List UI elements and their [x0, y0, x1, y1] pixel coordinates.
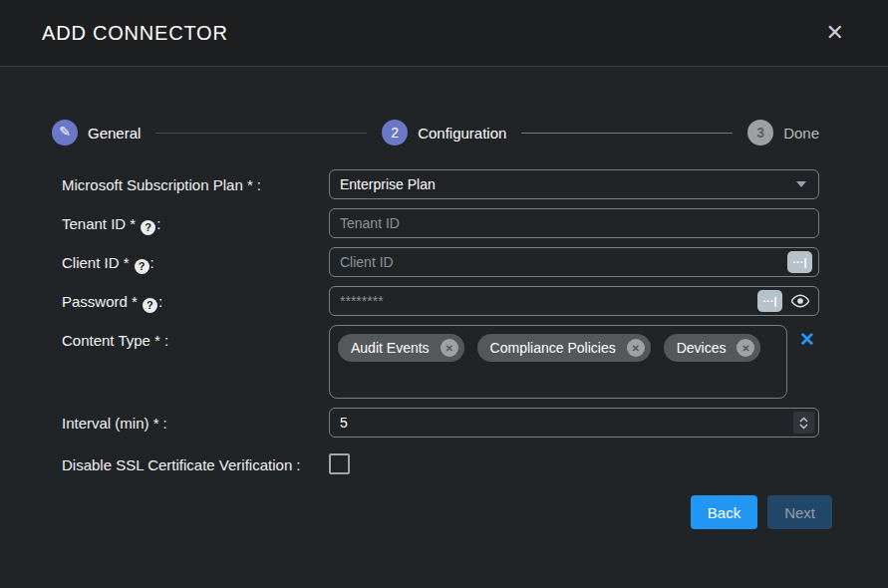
tag-label: Devices — [677, 340, 727, 356]
stepper-connector-2 — [521, 133, 733, 134]
back-button[interactable]: Back — [691, 495, 757, 529]
number-stepper[interactable] — [793, 412, 814, 434]
next-button[interactable]: Next — [767, 495, 832, 529]
tag-label: Audit Events — [351, 340, 430, 356]
close-icon[interactable]: ✕ — [826, 22, 844, 44]
step-configuration-label: Configuration — [418, 125, 506, 142]
chevron-down-icon — [796, 181, 806, 187]
chevron-down-icon — [799, 424, 808, 430]
dialog-footer: Back Next — [0, 495, 888, 529]
step-configuration[interactable]: 2 Configuration — [382, 120, 506, 146]
stepper-connector-1 — [155, 133, 367, 134]
remove-tag-icon[interactable]: ✕ — [737, 339, 754, 357]
ssl-verification-label: Disable SSL Certificate Verification: — [62, 449, 329, 474]
remove-tag-icon[interactable]: ✕ — [627, 339, 645, 357]
row-subscription-plan: Microsoft Subscription Plan *: Enterpris… — [62, 169, 888, 199]
dialog-title: ADD CONNECTOR — [42, 22, 228, 45]
step-general[interactable]: ✎ General — [52, 120, 141, 146]
ellipsis-editor-icon[interactable]: ···| — [757, 290, 782, 312]
wizard-stepper: ✎ General 2 Configuration 3 Done — [52, 120, 819, 146]
ssl-verification-checkbox[interactable] — [329, 453, 350, 474]
tenant-id-input[interactable] — [329, 208, 819, 238]
help-icon[interactable]: ? — [135, 259, 149, 274]
interval-label: Interval (min) *: — [62, 408, 329, 438]
tag-chip: Audit Events ✕ — [338, 334, 464, 362]
clear-all-tags-icon[interactable]: ✕ — [799, 330, 815, 349]
password-input[interactable] — [329, 286, 819, 316]
help-icon[interactable]: ? — [141, 220, 155, 235]
row-tenant-id: Tenant ID *?: — [62, 208, 888, 238]
subscription-plan-select[interactable]: Enterprise Plan — [329, 169, 819, 199]
step-3-indicator: 3 — [747, 120, 773, 146]
eye-icon[interactable] — [790, 293, 810, 309]
interval-input[interactable] — [329, 408, 819, 438]
row-password: Password *?: ···| — [62, 286, 888, 316]
subscription-plan-label: Microsoft Subscription Plan *: — [62, 169, 329, 199]
tag-chip: Devices ✕ — [664, 334, 761, 362]
help-icon[interactable]: ? — [143, 298, 157, 313]
tag-label: Compliance Policies — [490, 340, 616, 356]
step-done[interactable]: 3 Done — [747, 120, 819, 146]
tenant-id-label: Tenant ID *?: — [62, 208, 329, 238]
step-2-indicator: 2 — [382, 120, 408, 146]
client-id-input[interactable] — [329, 247, 819, 277]
add-connector-dialog: ADD CONNECTOR ✕ ✎ General 2 Configuratio… — [0, 0, 888, 588]
row-ssl-verification: Disable SSL Certificate Verification: — [62, 449, 888, 474]
client-id-label: Client ID *?: — [62, 247, 329, 277]
chevron-up-icon — [799, 417, 808, 423]
connector-form: Microsoft Subscription Plan *: Enterpris… — [62, 169, 888, 474]
tag-chip: Compliance Policies ✕ — [477, 334, 651, 362]
password-label: Password *?: — [62, 286, 329, 316]
remove-tag-icon[interactable]: ✕ — [441, 339, 458, 357]
content-type-label: Content Type *: — [62, 325, 329, 399]
row-content-type: Content Type *: Audit Events ✕ Complianc… — [62, 325, 888, 399]
step-done-label: Done — [783, 125, 819, 142]
content-type-tagbox[interactable]: Audit Events ✕ Compliance Policies ✕ Dev… — [329, 325, 787, 399]
edit-pencil-icon: ✎ — [52, 120, 78, 146]
step-general-label: General — [88, 125, 141, 142]
subscription-plan-value: Enterprise Plan — [340, 176, 436, 192]
row-interval: Interval (min) *: — [62, 408, 888, 438]
ellipsis-editor-icon[interactable]: ···| — [787, 251, 812, 273]
dialog-header: ADD CONNECTOR ✕ — [0, 0, 888, 67]
row-client-id: Client ID *?: ···| — [62, 247, 888, 277]
